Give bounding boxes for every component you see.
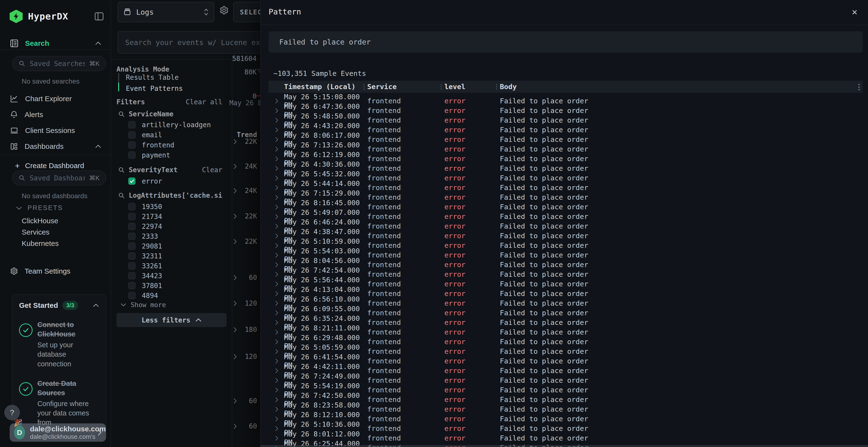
expand-chevron-icon[interactable] bbox=[269, 339, 284, 345]
chevron-right-icon[interactable] bbox=[233, 301, 237, 306]
help-button[interactable]: ? bbox=[4, 405, 20, 420]
presets-toggle[interactable]: PRESETS bbox=[16, 204, 63, 212]
clear-link[interactable]: Clear bbox=[202, 166, 222, 174]
clear-all-link[interactable]: Clear all bbox=[186, 98, 222, 106]
source-settings-gear-icon[interactable] bbox=[219, 5, 229, 15]
expand-chevron-icon[interactable] bbox=[269, 378, 284, 383]
pattern-row-preview[interactable]: 24K bbox=[233, 187, 257, 195]
sidebar-item-chart-explorer[interactable]: Chart Explorer bbox=[0, 92, 111, 105]
expand-chevron-icon[interactable] bbox=[269, 330, 284, 335]
expand-chevron-icon[interactable] bbox=[269, 233, 284, 239]
pattern-row-preview[interactable]: 24K bbox=[233, 162, 257, 170]
sidebar-section-search[interactable]: Search bbox=[0, 37, 111, 50]
expand-chevron-icon[interactable] bbox=[269, 310, 284, 316]
expand-chevron-icon[interactable] bbox=[269, 252, 284, 258]
pattern-row-preview[interactable]: 120 bbox=[233, 353, 257, 360]
chevron-right-icon[interactable] bbox=[233, 354, 237, 359]
expand-chevron-icon[interactable] bbox=[269, 291, 284, 297]
pattern-row-preview[interactable]: 22K bbox=[233, 212, 257, 220]
expand-chevron-icon[interactable] bbox=[269, 281, 284, 287]
checkbox-unchecked[interactable] bbox=[128, 292, 135, 299]
chevron-right-icon[interactable] bbox=[233, 213, 237, 219]
filter-option-33261[interactable]: 33261 bbox=[128, 261, 162, 271]
filter-option-artillery-loadgen[interactable]: artillery-loadgen bbox=[128, 120, 211, 129]
chevron-up-icon[interactable] bbox=[95, 41, 101, 45]
expand-chevron-icon[interactable] bbox=[269, 108, 284, 113]
table-options-kebab-icon[interactable]: ⋮ bbox=[848, 82, 863, 91]
sidebar-item-team-settings[interactable]: Team Settings bbox=[0, 265, 111, 278]
preset-item-kubernetes[interactable]: Kubernetes bbox=[22, 239, 59, 248]
expand-chevron-icon[interactable] bbox=[269, 117, 284, 123]
pattern-row-preview[interactable]: 60 bbox=[233, 397, 257, 405]
checkbox-unchecked[interactable] bbox=[128, 272, 135, 279]
saved-searches-input[interactable]: Saved Searches ⌘K bbox=[12, 56, 106, 71]
chevron-right-icon[interactable] bbox=[233, 327, 237, 333]
close-icon[interactable]: ✕ bbox=[852, 7, 858, 16]
expand-chevron-icon[interactable] bbox=[269, 397, 284, 403]
col-timestamp[interactable]: Timestamp (Local) bbox=[284, 82, 367, 91]
chevron-right-icon[interactable] bbox=[233, 164, 237, 169]
mode-results-table[interactable]: Results Table bbox=[126, 73, 179, 81]
expand-chevron-icon[interactable] bbox=[269, 137, 284, 142]
filter-option-2333[interactable]: 2333 bbox=[128, 232, 158, 241]
checkbox-unchecked[interactable] bbox=[128, 262, 135, 270]
sidebar-item-client-sessions[interactable]: Client Sessions bbox=[0, 124, 111, 137]
pattern-row-preview[interactable]: 60 bbox=[233, 422, 257, 430]
column-resize-handle[interactable]: ⋮ bbox=[361, 83, 367, 90]
chevron-right-icon[interactable] bbox=[233, 275, 237, 281]
expand-chevron-icon[interactable] bbox=[269, 146, 284, 152]
expand-chevron-icon[interactable] bbox=[269, 98, 284, 104]
preset-item-clickhouse[interactable]: ClickHouse bbox=[22, 217, 58, 225]
chevron-right-icon[interactable] bbox=[233, 423, 237, 429]
column-resize-handle[interactable]: ⋮ bbox=[494, 83, 500, 90]
select-columns-button[interactable]: SELECT bbox=[234, 2, 260, 22]
chevron-up-icon[interactable] bbox=[95, 144, 101, 148]
source-select[interactable]: Logs bbox=[118, 2, 214, 22]
filter-option-4894[interactable]: 4894 bbox=[128, 291, 158, 300]
filter-option-email[interactable]: email bbox=[128, 130, 162, 139]
pattern-row-preview[interactable]: 22K bbox=[233, 238, 257, 245]
show-more-link[interactable]: Show more bbox=[121, 301, 166, 309]
pattern-row-preview[interactable]: 22K bbox=[233, 138, 257, 145]
filter-option-payment[interactable]: payment bbox=[128, 150, 170, 160]
filter-option-32311[interactable]: 32311 bbox=[128, 251, 162, 261]
checkbox-unchecked[interactable] bbox=[128, 223, 135, 230]
chevron-right-icon[interactable] bbox=[233, 188, 237, 194]
sidebar-item-dashboards[interactable]: Dashboards bbox=[0, 140, 111, 153]
checkbox-unchecked[interactable] bbox=[128, 203, 135, 210]
checkbox-unchecked[interactable] bbox=[128, 141, 135, 148]
filter-option-34423[interactable]: 34423 bbox=[128, 271, 162, 280]
saved-dashboards-input[interactable]: Saved Dashboards ⌘K bbox=[12, 171, 106, 185]
checkbox-unchecked[interactable] bbox=[128, 243, 135, 250]
checkbox-unchecked[interactable] bbox=[128, 151, 135, 159]
event-search-input[interactable]: Search your events w/ Lucene ex. colu bbox=[118, 31, 260, 54]
filter-option-29081[interactable]: 29081 bbox=[128, 242, 162, 251]
chevron-right-icon[interactable] bbox=[233, 398, 237, 404]
filter-option-22974[interactable]: 22974 bbox=[128, 222, 162, 231]
expand-chevron-icon[interactable] bbox=[269, 224, 284, 229]
expand-chevron-icon[interactable] bbox=[269, 195, 284, 200]
event-row[interactable]: May 26 5:15:08.000 PMfrontenderrorFailed… bbox=[269, 93, 863, 102]
filter-option-19350[interactable]: 19350 bbox=[128, 202, 162, 211]
expand-chevron-icon[interactable] bbox=[269, 127, 284, 133]
expand-chevron-icon[interactable] bbox=[269, 320, 284, 325]
expand-chevron-icon[interactable] bbox=[269, 407, 284, 412]
pattern-row-preview[interactable]: 120 bbox=[233, 299, 257, 307]
checkbox-unchecked[interactable] bbox=[128, 213, 135, 220]
checkbox-checked[interactable] bbox=[128, 177, 135, 185]
checkbox-unchecked[interactable] bbox=[128, 131, 135, 138]
filter-option-error[interactable]: error bbox=[128, 176, 162, 186]
pattern-row-preview[interactable]: 60 bbox=[233, 274, 257, 281]
expand-chevron-icon[interactable] bbox=[269, 175, 284, 181]
checkbox-unchecked[interactable] bbox=[128, 233, 135, 240]
checkbox-unchecked[interactable] bbox=[128, 252, 135, 260]
chevron-right-icon[interactable] bbox=[233, 139, 237, 144]
horizontal-scrollbar[interactable] bbox=[261, 445, 868, 447]
expand-chevron-icon[interactable] bbox=[269, 436, 284, 441]
less-filters-button[interactable]: Less filters bbox=[117, 313, 227, 327]
expand-chevron-icon[interactable] bbox=[269, 387, 284, 393]
expand-chevron-icon[interactable] bbox=[269, 262, 284, 268]
expand-chevron-icon[interactable] bbox=[269, 349, 284, 354]
filter-option-37801[interactable]: 37801 bbox=[128, 281, 162, 290]
expand-chevron-icon[interactable] bbox=[269, 166, 284, 171]
